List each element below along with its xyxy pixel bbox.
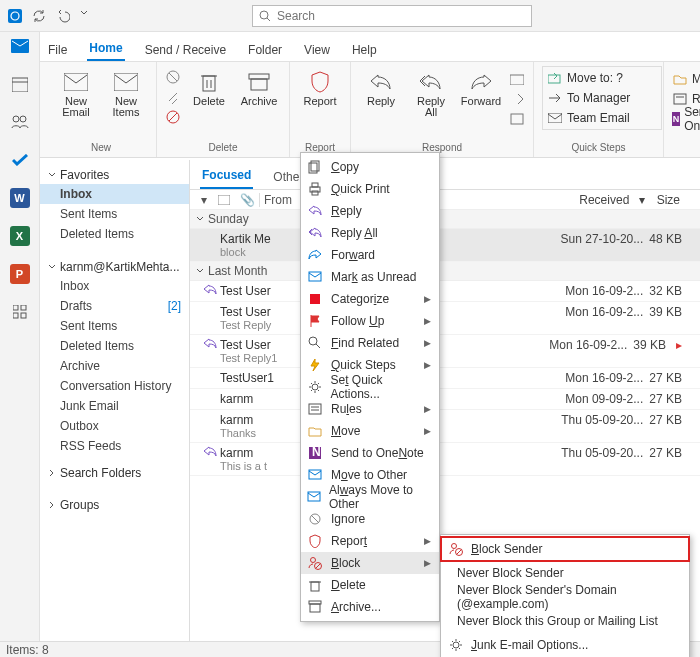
delete-button[interactable]: Delete (187, 66, 231, 118)
im-button[interactable] (509, 90, 525, 108)
menu-file[interactable]: File (46, 39, 69, 61)
qt-dropdown-icon[interactable] (78, 7, 96, 25)
reply-all-button[interactable]: Reply All (409, 66, 453, 118)
ctx-always-move-to-other[interactable]: Always Move to Other (301, 486, 439, 508)
ctx-rules[interactable]: Rules▶ (301, 398, 439, 420)
ignore-button[interactable] (165, 68, 181, 86)
more-respond-button[interactable] (509, 110, 525, 128)
calendar-app-icon[interactable] (10, 74, 30, 94)
people-app-icon[interactable] (10, 112, 30, 132)
ctx-archive-[interactable]: Archive... (301, 596, 439, 618)
new-email-button[interactable]: New Email (54, 66, 98, 118)
ctx-move[interactable]: Move▶ (301, 420, 439, 442)
ctx-copy[interactable]: Copy (301, 156, 439, 178)
message-row[interactable]: TestUser1Mon 16-09-2...27 KB (190, 368, 700, 389)
ctx-quick-print[interactable]: Quick Print (301, 178, 439, 200)
from-header[interactable]: From (259, 193, 299, 207)
sub-never-block-sender-s-domain-example-com-[interactable]: Never Block Sender's Domain (@example.co… (441, 585, 689, 609)
cleanup-button[interactable] (165, 88, 181, 106)
message-row[interactable]: Kartik MeblockSun 27-10-20...48 KB (190, 229, 700, 262)
search-input[interactable]: Search (252, 5, 532, 27)
sub-never-block-this-group-or-mailing-list[interactable]: Never Block this Group or Mailing List (441, 609, 689, 633)
new-items-button[interactable]: New Items (104, 66, 148, 118)
ctx-block[interactable]: Block▶ (301, 552, 439, 574)
svg-point-59 (452, 544, 457, 549)
folder-drafts[interactable]: Drafts[2] (40, 296, 189, 316)
mail-sparkle-icon (112, 70, 140, 94)
excel-app-icon[interactable]: X (10, 226, 30, 246)
message-row[interactable]: Test UserTest Reply1Mon 16-09-2...39 KB▸ (190, 335, 700, 368)
ribbon-group-new: New Email New Items New (46, 62, 157, 157)
message-row[interactable]: karnmThanksThu 05-09-20...27 KB (190, 410, 700, 443)
folder-archive[interactable]: Archive (40, 356, 189, 376)
ctx-follow-up[interactable]: Follow Up▶ (301, 310, 439, 332)
ctx-send-to-onenote[interactable]: NSend to OneNote (301, 442, 439, 464)
group-label-qs: Quick Steps (542, 140, 655, 155)
ctx-reply-all[interactable]: Reply All (301, 222, 439, 244)
word-app-icon[interactable]: W (10, 188, 30, 208)
message-row[interactable]: karnmMon 09-09-2...27 KB (190, 389, 700, 410)
forward-button[interactable]: Forward (459, 66, 503, 118)
search-folders[interactable]: Search Folders (40, 460, 189, 482)
meeting-button[interactable] (509, 70, 525, 88)
col-size[interactable]: Size (651, 193, 686, 207)
folder-deleted[interactable]: Deleted Items (40, 224, 189, 244)
mail-icon (307, 467, 323, 483)
account-section[interactable]: karnm@KartikMehta... (40, 254, 189, 276)
junk-button[interactable] (165, 108, 181, 126)
message-row[interactable]: Test UserTest ReplyMon 16-09-2...39 KB (190, 302, 700, 335)
folder-sent-items[interactable]: Sent Items (40, 316, 189, 336)
menu-view[interactable]: View (302, 39, 332, 61)
sub-junk-e-mail-options-[interactable]: Junk E-mail Options... (441, 633, 689, 657)
sync-icon[interactable] (30, 7, 48, 25)
folder-deleted-items[interactable]: Deleted Items (40, 336, 189, 356)
ctx-delete[interactable]: Delete (301, 574, 439, 596)
col-received[interactable]: Received ▾ (567, 193, 650, 207)
message-row[interactable]: Test UserMon 16-09-2...32 KB (190, 281, 700, 302)
qs-icon (307, 357, 323, 373)
menu-send-receive[interactable]: Send / Receive (143, 39, 228, 61)
date-group-lastmonth[interactable]: Last Month (190, 262, 700, 281)
groups-section[interactable]: Groups (40, 492, 189, 514)
mail-app-icon[interactable] (10, 36, 30, 56)
qs-moveto[interactable]: Move to: ? (547, 69, 657, 87)
qs-teamemail[interactable]: Team Email (547, 109, 657, 127)
folder-conversation-history[interactable]: Conversation History (40, 376, 189, 396)
menu-home[interactable]: Home (87, 37, 124, 61)
folder-rss-feeds[interactable]: RSS Feeds (40, 436, 189, 456)
onenote-button[interactable]: NSend to OneNote (672, 110, 700, 128)
ctx-forward[interactable]: Forward (301, 244, 439, 266)
folder-inbox[interactable]: Inbox (40, 276, 189, 296)
ctx-set-quick-actions-[interactable]: Set Quick Actions... (301, 376, 439, 398)
message-row[interactable]: karnmThis is a tThu 05-09-20...27 KB (190, 443, 700, 476)
undo-icon[interactable] (54, 7, 72, 25)
folder-outbox[interactable]: Outbox (40, 416, 189, 436)
chevron-down-icon (196, 215, 204, 223)
qs-tomanager[interactable]: To Manager (547, 89, 657, 107)
folder-sent[interactable]: Sent Items (40, 204, 189, 224)
ctx-reply[interactable]: Reply (301, 200, 439, 222)
ctx-find-related[interactable]: Find Related▶ (301, 332, 439, 354)
folder-inbox[interactable]: Inbox (40, 184, 189, 204)
ctx-ignore[interactable]: Ignore (301, 508, 439, 530)
more-apps-icon[interactable] (10, 302, 30, 322)
report-button[interactable]: Report (298, 66, 342, 118)
archive-button[interactable]: Archive (237, 66, 281, 118)
menu-folder[interactable]: Folder (246, 39, 284, 61)
sub-block-sender[interactable]: Block Sender (441, 537, 689, 561)
ctx-report[interactable]: Report▶ (301, 530, 439, 552)
menu-help[interactable]: Help (350, 39, 379, 61)
svg-rect-19 (203, 76, 215, 91)
favorites-section[interactable]: Favorites (40, 162, 189, 184)
sub-never-block-sender[interactable]: Never Block Sender (441, 561, 689, 585)
powerpoint-app-icon[interactable]: P (10, 264, 30, 284)
reply-button[interactable]: Reply (359, 66, 403, 118)
ctx-categorize[interactable]: Categorize▶ (301, 288, 439, 310)
select-all[interactable]: ▾ (190, 193, 218, 207)
todo-app-icon[interactable] (10, 150, 30, 170)
ctx-mark-as-unread[interactable]: Mark as Unread (301, 266, 439, 288)
tab-focused[interactable]: Focused (200, 163, 253, 189)
folder-junk-email[interactable]: Junk Email (40, 396, 189, 416)
date-group-sunday[interactable]: Sunday (190, 210, 700, 229)
move-button[interactable]: Move ▾ (672, 70, 700, 88)
